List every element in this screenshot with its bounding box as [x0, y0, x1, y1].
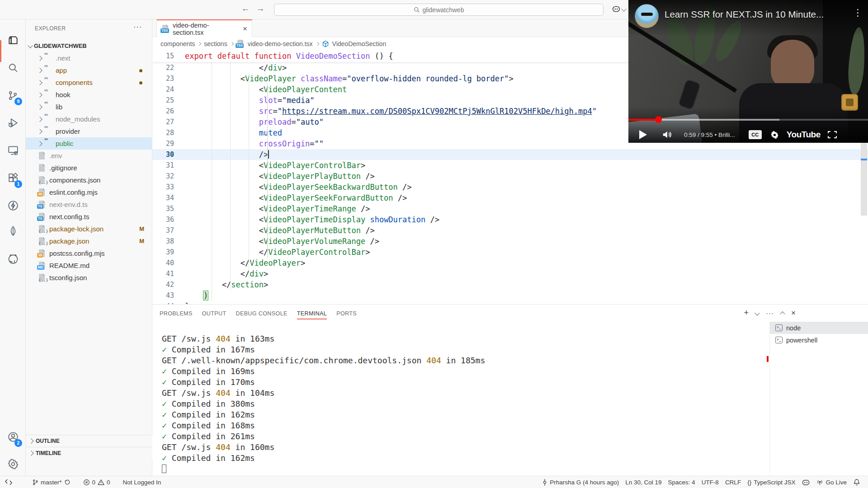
go-live-button[interactable]: Go Live: [813, 476, 850, 488]
maximize-panel-button[interactable]: [780, 311, 785, 316]
editor-scrollbar-thumb[interactable]: [861, 143, 867, 216]
settings-gear-icon[interactable]: [770, 130, 779, 140]
cursor-position[interactable]: Ln 30, Col 19: [622, 476, 665, 488]
git-blame-status[interactable]: Prharsha G (4 hours ago): [539, 476, 622, 488]
progress-scrubber[interactable]: [655, 116, 662, 123]
branch-status[interactable]: master*: [29, 476, 74, 488]
tsx-file-icon: TSX: [236, 40, 245, 48]
sidebar-item-mongodb[interactable]: [0, 220, 26, 242]
json-file-icon: {..}: [38, 237, 46, 245]
tree-item--next[interactable]: .next: [26, 52, 152, 64]
eol-sequence[interactable]: CRLF: [722, 476, 744, 488]
tree-item--gitignore[interactable]: .gitignore: [26, 162, 152, 174]
tree-item-README-md[interactable]: MDREADME.md: [26, 259, 152, 272]
sidebar-item-extensions[interactable]: 1: [0, 167, 26, 189]
panel-tab-debug-console[interactable]: DEBUG CONSOLE: [236, 305, 287, 323]
youtube-pip-player[interactable]: Learn SSR for NEXT.JS in 10 Minute... ⋮ …: [628, 0, 868, 143]
sidebar-item-remote-explorer[interactable]: [0, 140, 26, 161]
explorer-more-actions[interactable]: ···: [133, 23, 142, 31]
tree-item-eslint-config-mjs[interactable]: JSeslint.config.mjs: [26, 186, 152, 198]
tree-item-package-json[interactable]: {..}package.jsonM: [26, 235, 152, 247]
video-menu-button[interactable]: ⋮: [853, 7, 863, 18]
extensions-badge: 1: [14, 180, 22, 188]
project-section-header[interactable]: GLIDEWATCHWEB: [26, 40, 152, 51]
terminal-session-powershell[interactable]: >_powershell: [770, 334, 868, 346]
tree-item-label: provider: [56, 127, 80, 135]
code-line-42: 42 </section>: [152, 279, 868, 290]
panel-tab-output[interactable]: OUTPUT: [202, 305, 226, 323]
fullscreen-button[interactable]: [828, 131, 837, 138]
captions-button[interactable]: CC: [749, 130, 762, 139]
json-file-icon: {..}: [38, 225, 46, 233]
overview-ruler-cursor-mark: [861, 159, 867, 160]
tree-item-label: app: [56, 66, 67, 74]
line-number: 25: [152, 95, 185, 106]
search-icon: [7, 62, 19, 74]
terminal-error-marker: [767, 356, 769, 362]
tree-item-next-env-d-ts[interactable]: TSnext-env.d.ts: [26, 198, 152, 211]
tree-item-provider[interactable]: provider: [26, 125, 152, 137]
timeline-section[interactable]: TIMELINE: [26, 447, 152, 459]
tree-item-components-json[interactable]: {..}components.json: [26, 174, 152, 186]
panel-tab-problems[interactable]: PROBLEMS: [160, 305, 193, 323]
sidebar-item-github[interactable]: [0, 248, 26, 270]
tree-item-app[interactable]: app: [26, 64, 152, 76]
problems-status[interactable]: 0 0: [80, 476, 113, 488]
tree-item-label: public: [56, 140, 73, 147]
sidebar-item-run-debug[interactable]: [0, 112, 26, 134]
terminal-session-node[interactable]: >_node: [770, 322, 868, 334]
line-number: 34: [152, 192, 185, 203]
nav-forward-button[interactable]: →: [255, 4, 266, 14]
warning-count: 0: [107, 479, 110, 486]
breadcrumb-symbol[interactable]: VideoDemoSection: [332, 40, 387, 47]
command-center-search[interactable]: glidewatchweb: [274, 4, 604, 16]
panel-tab-ports[interactable]: PORTS: [336, 305, 357, 323]
tree-item-components[interactable]: components: [26, 76, 152, 89]
tab-close-button[interactable]: ×: [243, 24, 247, 33]
video-title[interactable]: Learn SSR for NEXT.JS in 10 Minute...: [665, 9, 824, 20]
copilot-status[interactable]: [798, 476, 813, 488]
tree-item-hook[interactable]: hook: [26, 89, 152, 101]
tree-item--env[interactable]: .env: [26, 150, 152, 162]
outline-section[interactable]: OUTLINE: [26, 435, 152, 447]
terminal-output: GET /sw.js 404 in 163ms✓ Compiled in 167…: [162, 333, 485, 474]
remote-indicator[interactable]: [2, 476, 15, 488]
login-status[interactable]: Not Logged In: [120, 476, 165, 488]
nav-back-button[interactable]: ←: [240, 4, 251, 14]
tree-item-public[interactable]: public: [26, 137, 152, 150]
encoding[interactable]: UTF-8: [698, 476, 722, 488]
breadcrumb-file[interactable]: video-demo-section.tsx: [248, 40, 313, 47]
tree-item-tsconfig-json[interactable]: {..}tsconfig.json: [26, 272, 152, 284]
sidebar-item-explorer[interactable]: [0, 29, 26, 51]
breadcrumb-sections[interactable]: sections: [204, 40, 227, 47]
tree-item-node-modules[interactable]: node_modules: [26, 113, 152, 125]
play-button[interactable]: [639, 130, 647, 139]
sidebar-item-search[interactable]: [0, 57, 26, 79]
settings-button[interactable]: [0, 453, 26, 475]
line-number: 30: [152, 149, 185, 160]
breadcrumb-components[interactable]: components: [160, 40, 195, 47]
language-mode[interactable]: {} TypeScript JSX: [744, 476, 798, 488]
tree-item-postcss-config-mjs[interactable]: JSpostcss.config.mjs: [26, 247, 152, 259]
progress-played: [628, 119, 658, 121]
close-panel-button[interactable]: ×: [791, 309, 796, 318]
tree-item-next-config-ts[interactable]: TSnext.config.ts: [26, 211, 152, 223]
panel-tab-terminal[interactable]: TERMINAL: [297, 305, 327, 323]
tree-item-label: node_modules: [56, 115, 100, 123]
line-number: 39: [152, 247, 185, 258]
panel-more-actions[interactable]: ···: [766, 309, 774, 317]
copilot-titlebar-button[interactable]: [611, 4, 626, 14]
tree-item-lib[interactable]: lib: [26, 101, 152, 113]
new-terminal-button[interactable]: +: [744, 308, 749, 318]
tree-item-package-lock-json[interactable]: {..}package-lock.jsonM: [26, 223, 152, 235]
volume-icon[interactable]: [661, 130, 672, 140]
terminal-profile-dropdown[interactable]: [755, 310, 760, 315]
sidebar-item-source-control[interactable]: 9: [0, 84, 26, 106]
tab-video-demo-section[interactable]: TSX video-demo-section.tsx ×: [156, 19, 252, 37]
sidebar-item-thunder-client[interactable]: [0, 195, 26, 216]
indentation[interactable]: Spaces: 4: [665, 476, 698, 488]
notifications-button[interactable]: [850, 476, 863, 488]
channel-avatar[interactable]: [635, 4, 659, 28]
youtube-logo[interactable]: YouTube: [787, 130, 821, 140]
accounts-button[interactable]: 2: [0, 426, 26, 448]
